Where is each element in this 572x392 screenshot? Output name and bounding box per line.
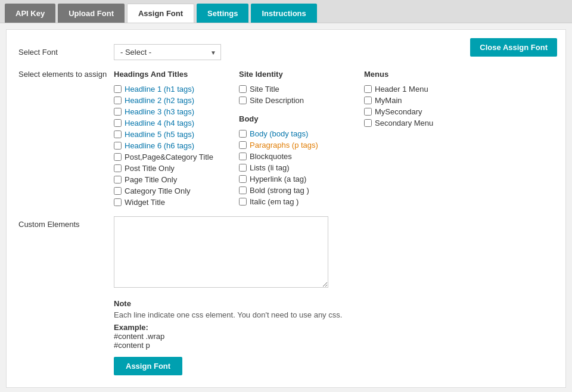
checkbox-mymain-label: MyMain (375, 96, 402, 105)
checkbox-secondary-menu-input[interactable] (364, 119, 372, 127)
checkbox-site-desc-label: Site Description (250, 96, 304, 105)
checkbox-h5[interactable]: Headline 5 (h5 tags) (114, 130, 221, 139)
checkbox-lists-input[interactable] (239, 164, 247, 172)
assign-font-button[interactable]: Assign Font (114, 357, 182, 375)
checkbox-block-label: Blockquotes (250, 152, 292, 161)
checkbox-bold-input[interactable] (239, 186, 247, 194)
checkbox-lists-label: Lists (li tag) (250, 163, 289, 172)
select-elements-row: Select elements to assign Headings And T… (18, 66, 554, 209)
site-body-section: Site Identity Site Title Site Descriptio… (239, 70, 346, 209)
checkbox-post-page-cat-label: Post,Page&Category Title (125, 153, 213, 161)
menus-section: Menus Header 1 Menu MyMain MySecondary S… (364, 70, 471, 209)
checkbox-page-title-label: Page Title Only (125, 175, 177, 184)
checkbox-h3-label: Headline 3 (h3 tags) (125, 107, 194, 116)
checkbox-hyperlink-label: Hyperlink (a tag) (250, 175, 306, 183)
checkbox-para-input[interactable] (239, 141, 247, 149)
checkbox-h6-label: Headline 6 (h6 tags) (125, 141, 194, 150)
note-title: Note (114, 299, 554, 308)
headings-section: Headings And Titles Headline 1 (h1 tags)… (114, 70, 221, 209)
checkbox-post-title-label: Post Title Only (125, 164, 175, 173)
checkbox-mysecondary[interactable]: MySecondary (364, 107, 471, 116)
checkbox-widget-title-label: Widget Title (125, 198, 165, 207)
checkbox-para-label: Paragraphs (p tags) (250, 141, 318, 150)
columns-layout: Headings And Titles Headline 1 (h1 tags)… (114, 70, 554, 209)
checkbox-hyperlink-input[interactable] (239, 175, 247, 183)
custom-elements-row: Custom Elements (18, 216, 554, 290)
checkbox-h3[interactable]: Headline 3 (h3 tags) (114, 107, 221, 116)
note-code-line2: #content p (114, 341, 554, 350)
checkbox-site-title[interactable]: Site Title (239, 85, 346, 94)
checkbox-h1-label: Headline 1 (h1 tags) (125, 85, 194, 94)
note-body: Each line indicate one css element. You … (114, 310, 554, 319)
custom-elements-textarea[interactable] (114, 216, 328, 288)
checkbox-block-input[interactable] (239, 153, 247, 160)
checkbox-h6-input[interactable] (114, 142, 122, 150)
select-font-label: Select Font (18, 44, 114, 57)
checkbox-h2[interactable]: Headline 2 (h2 tags) (114, 96, 221, 105)
checkbox-h1[interactable]: Headline 1 (h1 tags) (114, 85, 221, 94)
checkbox-widget-title-input[interactable] (114, 198, 122, 206)
checkbox-secondary-menu[interactable]: Secondary Menu (364, 119, 471, 127)
checkbox-cat-title-only[interactable]: Category Title Only (114, 186, 221, 195)
tab-api-key[interactable]: API Key (5, 4, 55, 23)
assign-button-wrap: Assign Font (114, 350, 554, 375)
checkbox-blockquotes[interactable]: Blockquotes (239, 152, 346, 161)
checkbox-italic-input[interactable] (239, 198, 247, 206)
checkbox-h4-input[interactable] (114, 119, 122, 127)
checkbox-header1-input[interactable] (364, 85, 372, 93)
checkbox-h3-input[interactable] (114, 108, 122, 116)
select-elements-label: Select elements to assign (18, 66, 114, 79)
checkbox-page-title-input[interactable] (114, 176, 122, 183)
checkbox-h4-label: Headline 4 (h4 tags) (125, 119, 194, 127)
checkbox-site-description[interactable]: Site Description (239, 96, 346, 105)
tab-instructions[interactable]: Instructions (251, 4, 316, 23)
checkbox-mysecondary-label: MySecondary (375, 107, 422, 116)
checkbox-post-page-cat-input[interactable] (114, 153, 122, 161)
note-section: Note Each line indicate one css element.… (114, 299, 554, 350)
checkbox-header1-menu[interactable]: Header 1 Menu (364, 85, 471, 94)
checkbox-post-title-only[interactable]: Post Title Only (114, 164, 221, 173)
menus-title: Menus (364, 70, 471, 79)
checkbox-mymain-input[interactable] (364, 97, 372, 104)
checkbox-page-title-only[interactable]: Page Title Only (114, 175, 221, 184)
main-content: Close Assign Font Select Font - Select -… (6, 29, 566, 388)
checkbox-post-page-cat[interactable]: Post,Page&Category Title (114, 153, 221, 161)
checkbox-h2-label: Headline 2 (h2 tags) (125, 96, 194, 105)
checkbox-cat-title-input[interactable] (114, 187, 122, 195)
checkbox-body-input[interactable] (239, 130, 247, 138)
checkbox-h6[interactable]: Headline 6 (h6 tags) (114, 141, 221, 150)
font-select-wrap[interactable]: - Select - (114, 44, 221, 60)
checkbox-header1-label: Header 1 Menu (375, 85, 428, 94)
checkbox-h4[interactable]: Headline 4 (h4 tags) (114, 119, 221, 127)
checkbox-h1-input[interactable] (114, 85, 122, 93)
tab-settings[interactable]: Settings (197, 4, 248, 23)
checkbox-h5-label: Headline 5 (h5 tags) (125, 130, 194, 139)
checkbox-hyperlink[interactable]: Hyperlink (a tag) (239, 175, 346, 183)
checkbox-paragraphs[interactable]: Paragraphs (p tags) (239, 141, 346, 150)
checkbox-secondary-menu-label: Secondary Menu (375, 119, 433, 127)
tab-upload-font[interactable]: Upload Font (58, 4, 125, 23)
checkbox-h5-input[interactable] (114, 130, 122, 138)
body-title: Body (239, 114, 346, 123)
checkbox-italic[interactable]: Italic (em tag ) (239, 197, 346, 206)
checkbox-bold[interactable]: Bold (strong tag ) (239, 186, 346, 195)
custom-elements-label: Custom Elements (18, 216, 114, 229)
headings-title: Headings And Titles (114, 70, 221, 79)
note-code-line1: #content .wrap (114, 332, 554, 341)
checkbox-site-desc-input[interactable] (239, 97, 247, 104)
tab-assign-font[interactable]: Assign Font (127, 4, 194, 23)
checkbox-h2-input[interactable] (114, 97, 122, 104)
checkbox-site-title-label: Site Title (250, 85, 279, 94)
checkbox-mymain[interactable]: MyMain (364, 96, 471, 105)
font-select[interactable]: - Select - (114, 44, 221, 60)
checkbox-italic-label: Italic (em tag ) (250, 197, 299, 206)
checkbox-widget-title[interactable]: Widget Title (114, 198, 221, 207)
checkbox-body[interactable]: Body (body tags) (239, 129, 346, 138)
checkbox-mysecondary-input[interactable] (364, 108, 372, 116)
elements-columns: Headings And Titles Headline 1 (h1 tags)… (114, 66, 554, 209)
close-assign-font-button[interactable]: Close Assign Font (470, 38, 557, 57)
checkbox-lists[interactable]: Lists (li tag) (239, 163, 346, 172)
checkbox-body-label: Body (body tags) (250, 129, 308, 138)
checkbox-site-title-input[interactable] (239, 85, 247, 93)
checkbox-post-title-input[interactable] (114, 164, 122, 172)
